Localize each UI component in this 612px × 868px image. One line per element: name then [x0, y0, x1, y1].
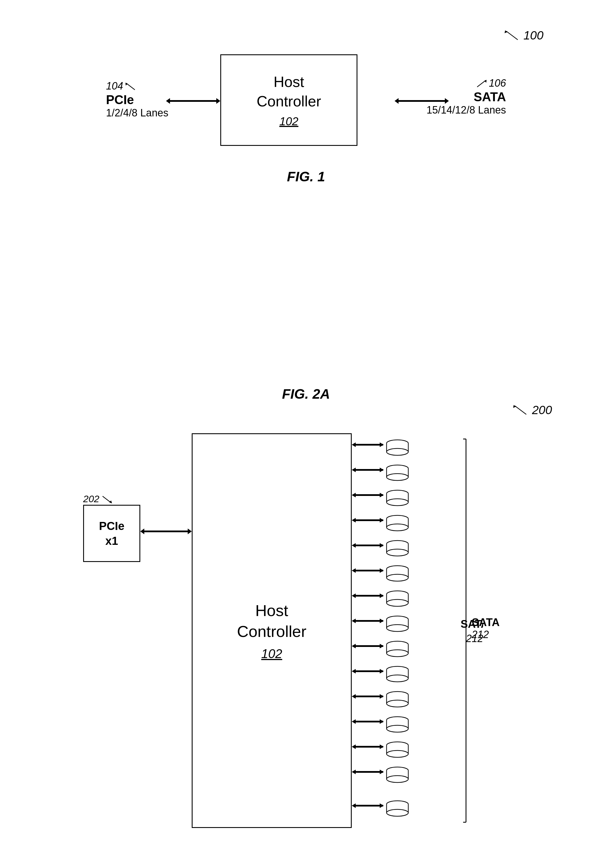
svg-marker-38 [352, 493, 356, 498]
svg-marker-22 [352, 442, 356, 447]
svg-marker-30 [352, 468, 356, 472]
drive-row [352, 641, 408, 657]
page: 100 104 PCIe 1/2/4/8 Lanes [0, 0, 612, 868]
fig1-pcie-sublabel: 1/2/4/8 Lanes [106, 107, 168, 119]
drive-row [352, 801, 408, 816]
svg-marker-120 [380, 744, 384, 749]
svg-marker-112 [380, 719, 384, 724]
drive-row [352, 440, 408, 455]
svg-rect-71 [355, 595, 383, 597]
svg-point-133 [386, 776, 408, 783]
svg-line-12 [515, 406, 526, 414]
svg-point-45 [386, 499, 408, 506]
drive-row [352, 742, 408, 757]
svg-marker-56 [380, 543, 384, 548]
svg-rect-55 [355, 544, 383, 546]
fig1-pcie-ref: 104 [106, 80, 123, 92]
fig1-host-controller-box: HostController 102 [220, 54, 357, 146]
svg-point-117 [386, 725, 408, 732]
drive-row [352, 591, 408, 606]
svg-rect-103 [355, 696, 383, 697]
fig2a-pcie-hc-dbl-arrow-icon [140, 527, 192, 536]
svg-marker-110 [352, 719, 356, 724]
fig1-host-controller-num: 102 [280, 115, 298, 128]
fig2a-pcie-x1-ref-label: 202 [83, 493, 113, 504]
svg-marker-136 [380, 803, 384, 808]
svg-rect-79 [355, 620, 383, 622]
drive-row [352, 566, 408, 581]
svg-point-93 [386, 650, 408, 657]
svg-point-37 [386, 474, 408, 480]
fig2a-host-controller-num: 102 [261, 646, 282, 661]
svg-point-141 [386, 809, 408, 816]
svg-point-53 [386, 524, 408, 531]
fig2a-sata-drives-area: SATA 212 [352, 433, 495, 828]
svg-marker-94 [352, 669, 356, 674]
svg-marker-96 [380, 669, 384, 674]
drive-row [352, 490, 408, 506]
svg-marker-1 [505, 30, 507, 33]
svg-marker-128 [380, 770, 384, 774]
svg-line-10 [477, 81, 486, 87]
svg-marker-48 [380, 518, 384, 522]
fig1-ref-100: 100 [524, 29, 543, 42]
fig1-pcie-group: 104 PCIe 1/2/4/8 Lanes [106, 80, 168, 119]
svg-rect-17 [144, 530, 188, 532]
fig1-sata-group: 106 SATA 15/14/12/8 Lanes [427, 77, 506, 116]
svg-marker-104 [380, 694, 384, 699]
fig2a-pcie-x1-label: PCIex1 [99, 519, 125, 548]
svg-marker-78 [352, 618, 356, 623]
svg-marker-118 [352, 744, 356, 749]
svg-line-0 [506, 31, 518, 40]
fig2a-ref202-arrow-icon [101, 495, 113, 503]
fig1-diagram: 104 PCIe 1/2/4/8 Lanes [106, 46, 506, 166]
fig2a-ref-200: 200 [532, 403, 552, 417]
svg-rect-23 [355, 444, 383, 446]
svg-marker-7 [394, 98, 399, 104]
fig1-caption: FIG. 1 [0, 169, 612, 184]
fig2a-sata-label: SATA [472, 616, 500, 629]
drive-row [352, 465, 408, 480]
svg-rect-39 [355, 494, 383, 496]
svg-marker-86 [352, 644, 356, 648]
fig2a-pcie-x1-ref: 202 [83, 493, 99, 504]
svg-rect-31 [355, 469, 383, 471]
fig1-sata-ref: 106 [489, 77, 506, 89]
svg-rect-63 [355, 570, 383, 572]
svg-rect-127 [355, 771, 383, 773]
svg-marker-18 [188, 529, 192, 534]
svg-point-101 [386, 675, 408, 682]
svg-point-29 [386, 448, 408, 455]
svg-marker-13 [513, 405, 516, 408]
fig1-pcie-arrow [166, 97, 220, 105]
fig2a-sata-group-label: SATA 212 [472, 616, 500, 641]
svg-rect-47 [355, 519, 383, 521]
fig2a-section: FIG. 2A 200 202 PCIex1 [0, 386, 612, 848]
svg-marker-24 [380, 442, 384, 447]
svg-rect-135 [355, 805, 383, 806]
svg-point-69 [386, 574, 408, 581]
svg-marker-40 [380, 493, 384, 498]
svg-marker-62 [352, 568, 356, 573]
svg-marker-15 [109, 501, 112, 503]
svg-point-125 [386, 750, 408, 757]
fig1-pcie-dbl-arrow-icon [166, 97, 220, 105]
fig2a-diagram: 202 PCIex1 HostController [77, 425, 535, 848]
ref-200-arrow-icon [512, 405, 529, 416]
svg-rect-119 [355, 746, 383, 748]
fig2a-sata-num: 212 [472, 629, 500, 641]
svg-marker-80 [380, 618, 384, 623]
fig2a-host-controller-box: HostController 102 [192, 433, 352, 828]
fig1-ref104-arrow-icon [125, 82, 136, 90]
fig2a-pcie-hc-arrow [140, 527, 192, 536]
svg-marker-32 [380, 468, 384, 472]
svg-marker-70 [352, 594, 356, 598]
svg-marker-64 [380, 568, 384, 573]
fig1-section: 100 104 PCIe 1/2/4/8 Lanes [0, 17, 612, 184]
drive-row [352, 616, 408, 631]
drive-row [352, 666, 408, 682]
fig1-pcie-label: PCIe [106, 93, 168, 107]
svg-marker-72 [380, 594, 384, 598]
drive-row [352, 515, 408, 531]
svg-point-85 [386, 625, 408, 631]
